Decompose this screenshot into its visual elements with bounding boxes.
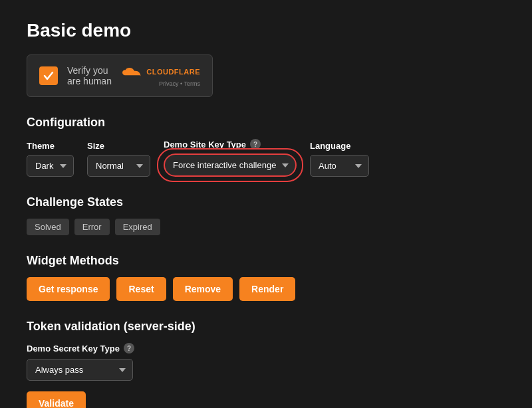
always-pass-select[interactable]: Always pass Always fail bbox=[27, 359, 133, 381]
badge-expired[interactable]: Expired bbox=[115, 219, 160, 235]
token-validation-section: Token validation (server-side) Demo Secr… bbox=[27, 320, 505, 408]
language-field: Language Auto English Spanish French bbox=[310, 141, 369, 177]
config-row: Theme Dark Light Auto Size Normal Compac… bbox=[27, 139, 505, 177]
render-button[interactable]: Render bbox=[239, 277, 295, 301]
configuration-section: Configuration Theme Dark Light Auto Size… bbox=[27, 116, 505, 177]
widget-methods-buttons: Get response Reset Remove Render bbox=[27, 277, 505, 301]
demo-site-key-select[interactable]: Force interactive challenge Managed Non-… bbox=[164, 153, 297, 177]
demo-secret-key-help-icon[interactable]: ? bbox=[124, 343, 134, 354]
cf-privacy-text: Privacy • Terms bbox=[159, 80, 200, 87]
demo-secret-key-label: Demo Secret Key Type ? bbox=[27, 343, 505, 354]
validate-button[interactable]: Validate bbox=[27, 391, 86, 408]
cf-verify-text: Verify you are human bbox=[67, 65, 120, 86]
configuration-title: Configuration bbox=[27, 116, 505, 130]
widget-methods-section: Widget Methods Get response Reset Remove… bbox=[27, 254, 505, 301]
size-select[interactable]: Normal Compact bbox=[87, 155, 150, 177]
demo-site-key-label: Demo Site Key Type ? bbox=[164, 139, 297, 150]
remove-button[interactable]: Remove bbox=[173, 277, 233, 301]
challenge-states-section: Challenge States Solved Error Expired bbox=[27, 195, 505, 235]
demo-site-key-help-icon[interactable]: ? bbox=[250, 139, 261, 150]
size-field: Size Normal Compact bbox=[87, 141, 150, 177]
challenge-states-badges: Solved Error Expired bbox=[27, 219, 505, 235]
cf-logo: CLOUDFLARE bbox=[120, 64, 200, 79]
demo-site-key-wrapper: Force interactive challenge Managed Non-… bbox=[164, 153, 297, 177]
page-title: Basic demo bbox=[27, 20, 505, 41]
cf-logo-area: CLOUDFLARE Privacy • Terms bbox=[120, 64, 200, 87]
reset-button[interactable]: Reset bbox=[116, 277, 166, 301]
get-response-button[interactable]: Get response bbox=[27, 277, 110, 301]
language-label: Language bbox=[310, 141, 369, 151]
cf-checkbox bbox=[39, 66, 58, 85]
widget-methods-title: Widget Methods bbox=[27, 254, 505, 268]
challenge-states-title: Challenge States bbox=[27, 195, 505, 209]
badge-error[interactable]: Error bbox=[74, 219, 110, 235]
demo-site-key-field: Demo Site Key Type ? Force interactive c… bbox=[164, 139, 297, 177]
badge-solved[interactable]: Solved bbox=[27, 219, 69, 235]
cloudflare-widget: Verify you are human CLOUDFLARE Privacy … bbox=[27, 54, 213, 97]
validate-btn-wrapper: Validate bbox=[27, 391, 505, 408]
theme-select[interactable]: Dark Light Auto bbox=[27, 155, 74, 177]
size-label: Size bbox=[87, 141, 150, 151]
language-select[interactable]: Auto English Spanish French bbox=[310, 155, 369, 177]
theme-field: Theme Dark Light Auto bbox=[27, 141, 74, 177]
theme-label: Theme bbox=[27, 141, 74, 151]
cf-brand-name: CLOUDFLARE bbox=[146, 68, 200, 76]
token-validation-title: Token validation (server-side) bbox=[27, 320, 505, 334]
